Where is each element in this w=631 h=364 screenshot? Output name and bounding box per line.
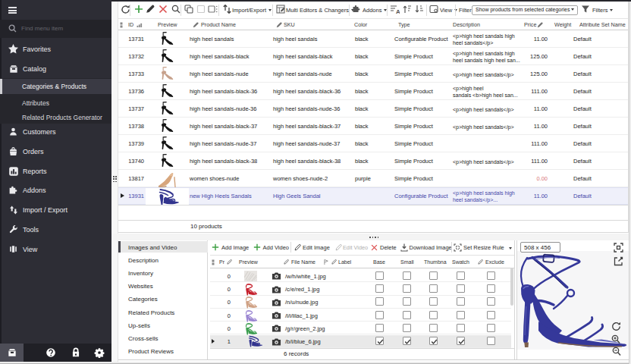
- svg-text:A: A: [396, 8, 400, 14]
